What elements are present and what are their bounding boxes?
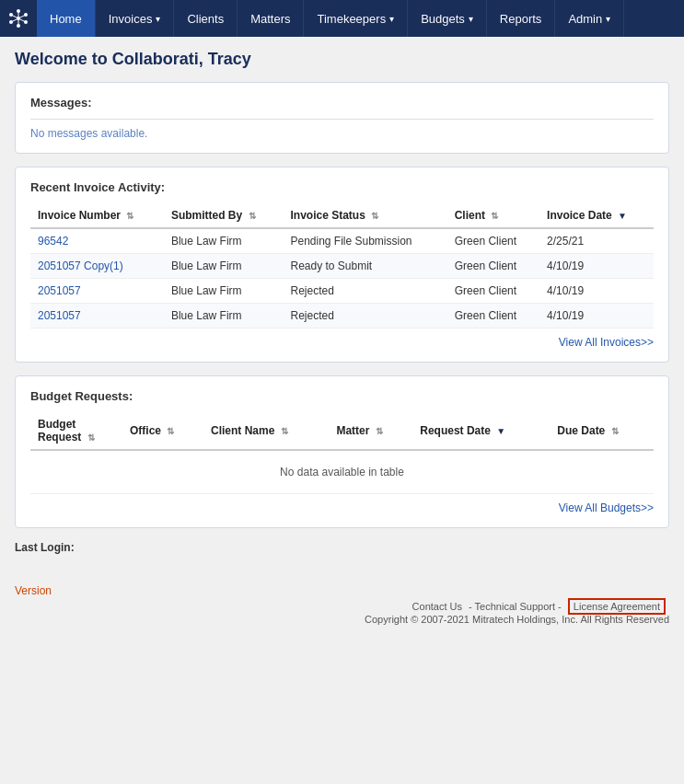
- col-client[interactable]: Client ⇅: [447, 203, 539, 228]
- col-client-name[interactable]: Client Name ⇅: [203, 412, 329, 450]
- messages-text: No messages available.: [30, 127, 654, 140]
- messages-card: Messages: No messages available.: [15, 82, 669, 154]
- invoice-row: 96542 Blue Law Firm Pending File Submiss…: [30, 228, 654, 254]
- invoice-date-cell: 4/10/19: [539, 279, 654, 304]
- invoice-number-link[interactable]: 96542: [38, 235, 68, 248]
- page-title: Welcome to Collaborati, Tracy: [15, 50, 669, 69]
- col-invoice-date[interactable]: Invoice Date ▼: [539, 203, 654, 228]
- sort-icon-client-name: ⇅: [281, 426, 288, 436]
- invoice-row: 2051057 Copy(1) Blue Law Firm Ready to S…: [30, 254, 654, 279]
- license-agreement-link[interactable]: License Agreement: [568, 598, 666, 615]
- invoice-status-cell: Rejected: [283, 279, 446, 304]
- nav-invoices[interactable]: Invoices ▾: [96, 0, 175, 37]
- budget-no-data-row: No data available in table: [30, 450, 654, 494]
- nav-reports[interactable]: Reports: [487, 0, 556, 37]
- sort-icon-matter: ⇅: [376, 426, 383, 436]
- invoice-row: 2051057 Blue Law Firm Rejected Green Cli…: [30, 279, 654, 304]
- view-all-invoices[interactable]: View All Invoices>>: [30, 329, 654, 349]
- client-cell: Green Client: [447, 279, 539, 304]
- invoice-status-cell: Pending File Submission: [283, 228, 446, 254]
- navigation: Home Invoices ▾ Clients Matters Timekeep…: [0, 0, 684, 37]
- submitted-by-cell: Blue Law Firm: [164, 304, 284, 329]
- invoice-number-cell: 2051057 Copy(1): [30, 254, 164, 279]
- nav-timekeepers[interactable]: Timekeepers ▾: [304, 0, 408, 37]
- sort-icon-invoice-status: ⇅: [371, 211, 378, 221]
- nav-budgets[interactable]: Budgets ▾: [408, 0, 487, 37]
- view-all-budgets[interactable]: View All Budgets>>: [30, 494, 654, 514]
- invoice-date-cell: 4/10/19: [539, 254, 654, 279]
- budgets-arrow-icon: ▾: [469, 14, 473, 24]
- sort-icon-invoice-number: ⇅: [126, 211, 133, 221]
- invoice-date-cell: 2/25/21: [539, 228, 654, 254]
- invoice-table-section: Invoice Number ⇅ Submitted By ⇅ Invoice …: [30, 203, 654, 329]
- sort-icon-budget-request: ⇅: [87, 432, 95, 443]
- sort-icon-request-date: ▼: [496, 426, 505, 436]
- svg-line-12: [18, 18, 26, 22]
- client-cell: Green Client: [447, 254, 539, 279]
- client-cell: Green Client: [447, 228, 539, 254]
- sort-icon-invoice-date: ▼: [618, 211, 627, 221]
- footer: Version Contact Us - Technical Support -…: [0, 574, 684, 634]
- invoice-number-link[interactable]: 2051057: [38, 284, 81, 297]
- col-matter[interactable]: Matter ⇅: [329, 412, 412, 450]
- col-submitted-by[interactable]: Submitted By ⇅: [164, 203, 284, 228]
- svg-line-10: [18, 15, 26, 18]
- submitted-by-cell: Blue Law Firm: [164, 228, 284, 254]
- client-cell: Green Client: [447, 304, 539, 329]
- timekeepers-arrow-icon: ▾: [389, 14, 394, 24]
- version-link[interactable]: Version: [15, 584, 52, 597]
- logo[interactable]: [0, 0, 37, 37]
- invoice-row: 2051057 Blue Law Firm Rejected Green Cli…: [30, 304, 654, 329]
- col-invoice-number[interactable]: Invoice Number ⇅: [30, 203, 164, 228]
- main-content: Welcome to Collaborati, Tracy Messages: …: [0, 37, 684, 574]
- invoice-number-cell: 96542: [30, 228, 164, 254]
- sort-icon-due-date: ⇅: [611, 426, 619, 436]
- nav-matters[interactable]: Matters: [238, 0, 304, 37]
- recent-invoice-title: Recent Invoice Activity:: [30, 180, 654, 194]
- invoice-number-cell: 2051057: [30, 304, 164, 329]
- footer-links: Contact Us - Technical Support - License…: [15, 601, 669, 612]
- invoice-table: Invoice Number ⇅ Submitted By ⇅ Invoice …: [30, 203, 654, 329]
- budget-requests-card: Budget Requests: BudgetRequest ⇅ Office …: [15, 375, 669, 528]
- invoice-number-link[interactable]: 2051057: [38, 309, 81, 322]
- footer-separator: - Technical Support -: [469, 601, 564, 612]
- col-invoice-status[interactable]: Invoice Status ⇅: [283, 203, 446, 228]
- budget-requests-title: Budget Requests:: [30, 389, 654, 403]
- budget-table-section: BudgetRequest ⇅ Office ⇅ Client Name ⇅ M…: [30, 412, 654, 494]
- sort-icon-client: ⇅: [491, 211, 498, 221]
- budget-table-header: BudgetRequest ⇅ Office ⇅ Client Name ⇅ M…: [30, 412, 654, 450]
- invoice-table-header: Invoice Number ⇅ Submitted By ⇅ Invoice …: [30, 203, 654, 228]
- invoice-status-cell: Ready to Submit: [283, 254, 446, 279]
- submitted-by-cell: Blue Law Firm: [164, 279, 284, 304]
- last-login-label: Last Login:: [15, 541, 75, 554]
- sort-icon-office: ⇅: [167, 426, 174, 436]
- svg-line-9: [11, 15, 18, 18]
- invoice-status-cell: Rejected: [283, 304, 446, 329]
- last-login: Last Login:: [15, 541, 669, 554]
- nav-home[interactable]: Home: [37, 0, 96, 37]
- nav-admin[interactable]: Admin ▾: [555, 0, 624, 37]
- invoice-date-cell: 4/10/19: [539, 304, 654, 329]
- contact-us-link[interactable]: Contact Us: [412, 601, 462, 612]
- col-request-date[interactable]: Request Date ▼: [412, 412, 550, 450]
- col-office[interactable]: Office ⇅: [122, 412, 203, 450]
- svg-line-11: [11, 18, 18, 22]
- invoices-arrow-icon: ▾: [156, 14, 160, 24]
- col-budget-request[interactable]: BudgetRequest ⇅: [30, 412, 122, 450]
- nav-clients[interactable]: Clients: [174, 0, 238, 37]
- sort-icon-submitted-by: ⇅: [249, 211, 256, 221]
- footer-copyright: Copyright © 2007-2021 Mitratech Holdings…: [15, 614, 669, 625]
- messages-title: Messages:: [30, 96, 654, 110]
- submitted-by-cell: Blue Law Firm: [164, 254, 284, 279]
- col-due-date[interactable]: Due Date ⇅: [550, 412, 654, 450]
- invoice-number-link[interactable]: 2051057 Copy(1): [38, 259, 123, 272]
- recent-invoice-card: Recent Invoice Activity: Invoice Number …: [15, 167, 669, 363]
- budget-no-data: No data available in table: [30, 450, 654, 494]
- logo-icon: [7, 7, 29, 29]
- budget-table: BudgetRequest ⇅ Office ⇅ Client Name ⇅ M…: [30, 412, 654, 494]
- nav-menu: Home Invoices ▾ Clients Matters Timekeep…: [37, 0, 624, 37]
- invoice-number-cell: 2051057: [30, 279, 164, 304]
- admin-arrow-icon: ▾: [606, 14, 610, 24]
